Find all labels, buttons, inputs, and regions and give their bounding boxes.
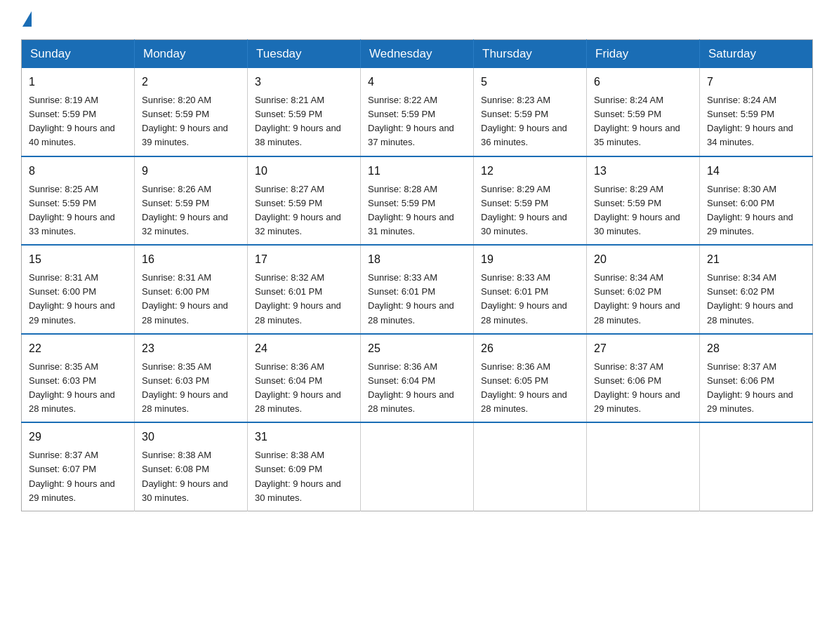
day-number: 19 — [481, 251, 579, 268]
day-number: 14 — [707, 163, 805, 180]
logo[interactable] — [21, 14, 32, 25]
day-number: 20 — [594, 251, 692, 268]
weekday-header-row: SundayMondayTuesdayWednesdayThursdayFrid… — [22, 40, 813, 69]
day-number: 6 — [594, 74, 692, 90]
calendar-day-cell: 25 Sunrise: 8:36 AMSunset: 6:04 PMDaylig… — [361, 334, 474, 423]
calendar-day-cell: 4 Sunrise: 8:22 AMSunset: 5:59 PMDayligh… — [361, 68, 474, 156]
calendar-day-cell: 30 Sunrise: 8:38 AMSunset: 6:08 PMDaylig… — [135, 422, 248, 511]
logo-triangle-icon — [22, 11, 32, 27]
day-info: Sunrise: 8:25 AMSunset: 5:59 PMDaylight:… — [29, 184, 115, 236]
day-info: Sunrise: 8:31 AMSunset: 6:00 PMDaylight:… — [29, 272, 115, 325]
day-number: 11 — [368, 163, 466, 180]
day-info: Sunrise: 8:19 AMSunset: 5:59 PMDaylight:… — [29, 95, 115, 147]
calendar-day-cell: 14 Sunrise: 8:30 AMSunset: 6:00 PMDaylig… — [700, 156, 813, 246]
calendar-day-cell — [474, 422, 587, 511]
day-info: Sunrise: 8:27 AMSunset: 5:59 PMDaylight:… — [255, 184, 341, 236]
calendar-day-cell: 3 Sunrise: 8:21 AMSunset: 5:59 PMDayligh… — [248, 68, 361, 156]
day-number: 22 — [29, 340, 127, 357]
day-number: 5 — [481, 74, 579, 90]
day-info: Sunrise: 8:29 AMSunset: 5:59 PMDaylight:… — [594, 184, 680, 236]
calendar-day-cell: 12 Sunrise: 8:29 AMSunset: 5:59 PMDaylig… — [474, 156, 587, 246]
day-info: Sunrise: 8:32 AMSunset: 6:01 PMDaylight:… — [255, 272, 341, 325]
day-info: Sunrise: 8:37 AMSunset: 6:06 PMDaylight:… — [594, 361, 680, 414]
day-info: Sunrise: 8:34 AMSunset: 6:02 PMDaylight:… — [707, 272, 793, 325]
calendar-day-cell: 11 Sunrise: 8:28 AMSunset: 5:59 PMDaylig… — [361, 156, 474, 246]
day-number: 27 — [594, 340, 692, 357]
calendar-day-cell: 5 Sunrise: 8:23 AMSunset: 5:59 PMDayligh… — [474, 68, 587, 156]
calendar-day-cell: 26 Sunrise: 8:36 AMSunset: 6:05 PMDaylig… — [474, 334, 587, 423]
day-info: Sunrise: 8:31 AMSunset: 6:00 PMDaylight:… — [142, 272, 228, 325]
day-info: Sunrise: 8:35 AMSunset: 6:03 PMDaylight:… — [142, 361, 228, 414]
calendar-week-row: 15 Sunrise: 8:31 AMSunset: 6:00 PMDaylig… — [22, 245, 813, 334]
day-number: 29 — [29, 429, 127, 445]
day-number: 13 — [594, 163, 692, 180]
calendar-day-cell: 31 Sunrise: 8:38 AMSunset: 6:09 PMDaylig… — [248, 422, 361, 511]
weekday-header-tuesday: Tuesday — [248, 40, 361, 69]
calendar-day-cell — [700, 422, 813, 511]
day-info: Sunrise: 8:37 AMSunset: 6:07 PMDaylight:… — [29, 450, 115, 502]
day-info: Sunrise: 8:38 AMSunset: 6:09 PMDaylight:… — [255, 450, 341, 502]
calendar-day-cell: 15 Sunrise: 8:31 AMSunset: 6:00 PMDaylig… — [22, 245, 135, 334]
day-number: 9 — [142, 163, 240, 180]
day-info: Sunrise: 8:36 AMSunset: 6:05 PMDaylight:… — [481, 361, 567, 414]
day-number: 10 — [255, 163, 353, 180]
calendar-day-cell: 10 Sunrise: 8:27 AMSunset: 5:59 PMDaylig… — [248, 156, 361, 246]
calendar-day-cell: 28 Sunrise: 8:37 AMSunset: 6:06 PMDaylig… — [700, 334, 813, 423]
day-number: 18 — [368, 251, 466, 268]
calendar-day-cell: 9 Sunrise: 8:26 AMSunset: 5:59 PMDayligh… — [135, 156, 248, 246]
weekday-header-wednesday: Wednesday — [361, 40, 474, 69]
calendar-week-row: 22 Sunrise: 8:35 AMSunset: 6:03 PMDaylig… — [22, 334, 813, 423]
day-number: 3 — [255, 74, 353, 90]
day-number: 23 — [142, 340, 240, 357]
day-info: Sunrise: 8:36 AMSunset: 6:04 PMDaylight:… — [368, 361, 454, 414]
day-info: Sunrise: 8:23 AMSunset: 5:59 PMDaylight:… — [481, 95, 567, 147]
day-number: 21 — [707, 251, 805, 268]
calendar-week-row: 1 Sunrise: 8:19 AMSunset: 5:59 PMDayligh… — [22, 68, 813, 156]
weekday-header-sunday: Sunday — [22, 40, 135, 69]
day-number: 8 — [29, 163, 127, 180]
day-info: Sunrise: 8:26 AMSunset: 5:59 PMDaylight:… — [142, 184, 228, 236]
day-number: 1 — [29, 74, 127, 90]
day-number: 31 — [255, 429, 353, 445]
day-info: Sunrise: 8:35 AMSunset: 6:03 PMDaylight:… — [29, 361, 115, 414]
weekday-header-thursday: Thursday — [474, 40, 587, 69]
day-number: 7 — [707, 74, 805, 90]
page-header — [21, 14, 813, 25]
calendar-day-cell: 20 Sunrise: 8:34 AMSunset: 6:02 PMDaylig… — [587, 245, 700, 334]
calendar-day-cell: 21 Sunrise: 8:34 AMSunset: 6:02 PMDaylig… — [700, 245, 813, 334]
calendar-day-cell: 17 Sunrise: 8:32 AMSunset: 6:01 PMDaylig… — [248, 245, 361, 334]
day-info: Sunrise: 8:33 AMSunset: 6:01 PMDaylight:… — [368, 272, 454, 325]
day-info: Sunrise: 8:22 AMSunset: 5:59 PMDaylight:… — [368, 95, 454, 147]
calendar-day-cell: 27 Sunrise: 8:37 AMSunset: 6:06 PMDaylig… — [587, 334, 700, 423]
calendar-day-cell: 29 Sunrise: 8:37 AMSunset: 6:07 PMDaylig… — [22, 422, 135, 511]
day-info: Sunrise: 8:37 AMSunset: 6:06 PMDaylight:… — [707, 361, 793, 414]
calendar-day-cell: 24 Sunrise: 8:36 AMSunset: 6:04 PMDaylig… — [248, 334, 361, 423]
calendar-day-cell — [587, 422, 700, 511]
calendar-day-cell: 19 Sunrise: 8:33 AMSunset: 6:01 PMDaylig… — [474, 245, 587, 334]
calendar-day-cell: 7 Sunrise: 8:24 AMSunset: 5:59 PMDayligh… — [700, 68, 813, 156]
day-info: Sunrise: 8:24 AMSunset: 5:59 PMDaylight:… — [707, 95, 793, 147]
calendar-day-cell — [361, 422, 474, 511]
day-number: 15 — [29, 251, 127, 268]
day-info: Sunrise: 8:20 AMSunset: 5:59 PMDaylight:… — [142, 95, 228, 147]
calendar-day-cell: 2 Sunrise: 8:20 AMSunset: 5:59 PMDayligh… — [135, 68, 248, 156]
day-number: 25 — [368, 340, 466, 357]
calendar-day-cell: 6 Sunrise: 8:24 AMSunset: 5:59 PMDayligh… — [587, 68, 700, 156]
day-info: Sunrise: 8:21 AMSunset: 5:59 PMDaylight:… — [255, 95, 341, 147]
day-number: 16 — [142, 251, 240, 268]
calendar-day-cell: 13 Sunrise: 8:29 AMSunset: 5:59 PMDaylig… — [587, 156, 700, 246]
day-info: Sunrise: 8:38 AMSunset: 6:08 PMDaylight:… — [142, 450, 228, 502]
day-number: 28 — [707, 340, 805, 357]
day-number: 2 — [142, 74, 240, 90]
day-number: 26 — [481, 340, 579, 357]
calendar-week-row: 8 Sunrise: 8:25 AMSunset: 5:59 PMDayligh… — [22, 156, 813, 246]
calendar-day-cell: 23 Sunrise: 8:35 AMSunset: 6:03 PMDaylig… — [135, 334, 248, 423]
weekday-header-monday: Monday — [135, 40, 248, 69]
day-number: 30 — [142, 429, 240, 445]
calendar-week-row: 29 Sunrise: 8:37 AMSunset: 6:07 PMDaylig… — [22, 422, 813, 511]
calendar-day-cell: 22 Sunrise: 8:35 AMSunset: 6:03 PMDaylig… — [22, 334, 135, 423]
calendar-table: SundayMondayTuesdayWednesdayThursdayFrid… — [21, 39, 813, 511]
day-number: 12 — [481, 163, 579, 180]
day-info: Sunrise: 8:33 AMSunset: 6:01 PMDaylight:… — [481, 272, 567, 325]
day-info: Sunrise: 8:28 AMSunset: 5:59 PMDaylight:… — [368, 184, 454, 236]
